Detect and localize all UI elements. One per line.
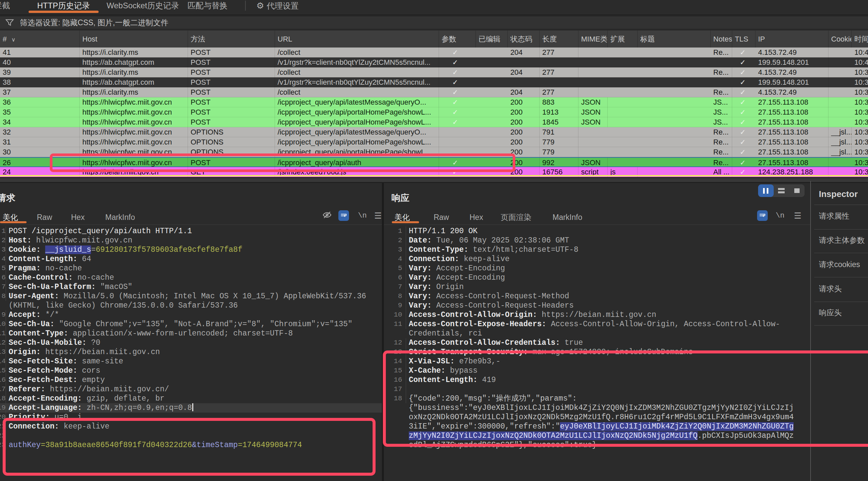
table-panel-divider[interactable] — [0, 177, 868, 183]
cell-host: https://hlwicpfwc.miit.gov.cn — [80, 137, 188, 147]
cell-length: 883 — [539, 97, 579, 107]
view-tab-Hex[interactable]: Hex — [71, 211, 85, 224]
line-number: 9 — [0, 310, 6, 320]
eye-off-icon[interactable] — [322, 210, 332, 221]
table-row-37[interactable]: 37https://i.clarity.msPOST/collect204277… — [0, 87, 868, 97]
column-header-ext[interactable]: 扩展 — [608, 31, 638, 48]
table-row-38[interactable]: 38https://ab.chatgpt.comPOST/v1/rgstr?k=… — [0, 78, 868, 87]
table-row-39[interactable]: 39https://i.clarity.msPOST/collect204277… — [0, 67, 868, 78]
cell-host: https://i.clarity.ms — [80, 67, 188, 78]
cell-id: 35 — [0, 107, 80, 117]
table-row-32[interactable]: 32https://hlwicpfwc.miit.gov.cnOPTIONS/i… — [0, 127, 868, 137]
cell-id: 32 — [0, 127, 80, 137]
line-number: 14 — [384, 357, 406, 366]
menu-icon[interactable]: ☰ — [794, 210, 801, 221]
code-line-8: 8User-Agent: Mozilla/5.0 (Macintosh; Int… — [0, 292, 382, 310]
table-row-40[interactable]: 40https://ab.chatgpt.comPOST/v1/rgstr?k=… — [0, 57, 868, 67]
column-header-mime[interactable]: MIME类型 — [579, 31, 608, 48]
top-tab-bar: 拦截HTTP历史记录WebSocket历史记录匹配与替换⚙代理设置 — [0, 0, 868, 15]
column-header-status[interactable]: 状态码 — [508, 31, 539, 48]
column-header-title[interactable]: 标题 — [638, 31, 711, 48]
line-text: Content-Length: 64 — [6, 254, 377, 264]
line-number: 5 — [384, 264, 406, 273]
response-body-editor[interactable]: 1HTTP/1.1 200 OK2Date: Tue, 06 May 2025 … — [384, 227, 810, 481]
view-tab-Raw[interactable]: Raw — [37, 211, 52, 224]
inspector-divider[interactable] — [810, 181, 811, 481]
cell-url: /icpproject_query/api/portalHomePage/sho… — [275, 137, 439, 147]
cell-status: 200 — [508, 117, 539, 127]
code-line-1: 1POST /icpproject_query/api/auth HTTP/1.… — [0, 227, 382, 236]
line-number: 17 — [384, 385, 406, 394]
line-number: 3 — [384, 245, 406, 254]
cell-mime: JSON — [579, 117, 608, 127]
tab-匹配与替换[interactable]: 匹配与替换 — [188, 0, 227, 13]
table-row-31[interactable]: 31https://hlwicpfwc.miit.gov.cnOPTIONS/i… — [0, 137, 868, 147]
view-tab-MarkInfo[interactable]: MarkInfo — [553, 211, 582, 224]
line-number: 15 — [0, 366, 6, 375]
params-check-icon: ✓ — [452, 87, 458, 97]
column-header-time[interactable]: 时间 — [852, 31, 868, 48]
cell-cookie: __jsl... — [829, 137, 852, 147]
tls-check-icon: ✓ — [740, 57, 746, 67]
column-header-method[interactable]: 方法 — [188, 31, 275, 48]
inspector-item-请求属性[interactable]: 请求属性 — [819, 211, 849, 221]
table-row-41[interactable]: 41https://i.clarity.msPOST/collect204277… — [0, 48, 868, 57]
view-tab-MarkInfo[interactable]: MarkInfo — [105, 211, 135, 224]
table-row-35[interactable]: 35https://hlwicpfwc.miit.gov.cnPOST/icpp… — [0, 107, 868, 117]
request-response-divider[interactable] — [382, 183, 384, 481]
column-header-tls[interactable]: TLS — [732, 31, 755, 48]
line-number: 3 — [0, 245, 6, 254]
line-number: 20 — [0, 413, 6, 422]
table-row-26[interactable]: 26https://hlwicpfwc.miit.gov.cnPOST/icpp… — [0, 157, 868, 167]
newline-icon[interactable]: \n — [358, 210, 367, 221]
filter-bar[interactable]: 筛选器设置: 隐藏CSS, 图片,一般二进制文件 — [0, 16, 868, 29]
tab-拦截[interactable]: 拦截 — [0, 0, 10, 13]
pause-button[interactable] — [758, 184, 774, 197]
menu-icon[interactable]: ☰ — [374, 210, 381, 221]
newline-icon[interactable]: \n — [776, 210, 784, 221]
cell-url: /icpproject_query/api/portalHomePage/sho… — [275, 117, 439, 127]
inspector-item-请求主体参数[interactable]: 请求主体参数 — [819, 235, 865, 245]
line-text — [406, 385, 797, 394]
params-check-icon: ✓ — [452, 158, 458, 168]
code-line-2: 2Date: Tue, 06 May 2025 02:38:06 GMT — [384, 236, 810, 245]
column-header-cookie[interactable]: Cookie — [829, 31, 852, 48]
cell-time: 10:38 — [852, 117, 868, 127]
table-row-36[interactable]: 36https://hlwicpfwc.miit.gov.cnPOST/icpp… — [0, 97, 868, 107]
column-header-ip[interactable]: IP — [755, 31, 829, 48]
params-check-icon: ✓ — [452, 57, 458, 67]
layout-rows-button[interactable] — [774, 184, 789, 197]
column-header-length[interactable]: 长度 — [539, 31, 579, 48]
column-header-edited[interactable]: 已编辑 — [476, 31, 508, 48]
view-tab-页面渲染[interactable]: 页面渲染 — [501, 211, 531, 224]
inspector-item-请求头[interactable]: 请求头 — [819, 284, 842, 294]
column-header-notes[interactable]: Notes — [711, 31, 732, 48]
line-number: 13 — [384, 348, 406, 357]
cell-notes: Re... — [711, 127, 732, 137]
cell-ip: 4.153.72.49 — [755, 48, 829, 57]
table-row-34[interactable]: 34https://hlwicpfwc.miit.gov.cnPOST/icpp… — [0, 117, 868, 127]
cell-notes: JS... — [711, 117, 732, 127]
cell-url: /collect — [275, 48, 439, 57]
column-header-host[interactable]: Host — [80, 31, 188, 48]
wrap-icon[interactable] — [338, 210, 349, 221]
view-tab-Hex[interactable]: Hex — [469, 211, 483, 224]
line-text: Sec-Fetch-Mode: cors — [6, 366, 377, 375]
line-text: Cookie: __jsluid_s=691280173f5789603afe9… — [6, 245, 377, 254]
tab-代理设置[interactable]: ⚙代理设置 — [256, 0, 299, 13]
line-number: 6 — [384, 273, 406, 282]
tab-HTTP历史记录[interactable]: HTTP历史记录 — [37, 0, 90, 13]
column-header-url[interactable]: URL — [275, 31, 439, 48]
inspector-item-请求cookies[interactable]: 请求cookies — [819, 260, 860, 270]
request-body-editor[interactable]: 1POST /icpproject_query/api/auth HTTP/1.… — [0, 227, 382, 481]
column-header-params[interactable]: 参数 — [439, 31, 476, 48]
column-header-id[interactable]: #∨ — [0, 31, 80, 48]
code-line-21: 21Connection: keep-alive — [0, 422, 382, 431]
view-tab-Raw[interactable]: Raw — [434, 211, 449, 224]
tab-WebSocket历史记录[interactable]: WebSocket历史记录 — [106, 0, 179, 13]
table-row-30[interactable]: 30https://hlwicpfwc.miit.gov.cnOPTIONS/i… — [0, 147, 868, 157]
gear-icon: ⚙ — [256, 1, 264, 11]
layout-single-button[interactable] — [789, 184, 805, 197]
inspector-item-响应头[interactable]: 响应头 — [819, 308, 842, 318]
wrap-icon[interactable] — [757, 210, 768, 221]
